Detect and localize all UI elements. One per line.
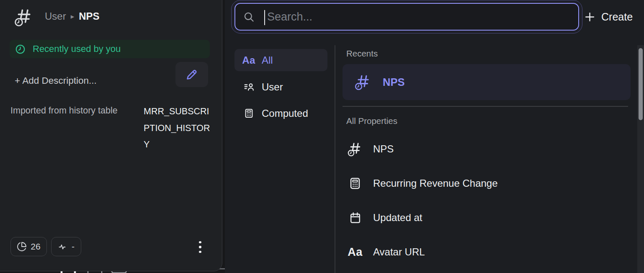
text-cursor: [264, 10, 265, 25]
imported-from-label: Imported from history table: [10, 106, 118, 116]
filter-tab-all[interactable]: Aa All: [234, 49, 327, 71]
section-divider: [343, 106, 628, 107]
pie-chart-icon: [17, 242, 27, 252]
filter-tab-label: All: [262, 54, 273, 66]
calculator-icon: [346, 176, 364, 191]
property-item-label: Recurring Revenue Change: [373, 178, 498, 189]
create-button-label: Create: [601, 11, 633, 23]
calendar-icon: [346, 211, 364, 225]
property-item-avatar-url[interactable]: Aa Avatar URL: [343, 241, 631, 263]
property-item-updated-at[interactable]: Updated at: [343, 207, 631, 229]
numeric-history-icon: [346, 141, 364, 157]
property-item-label: Avatar URL: [373, 246, 425, 258]
calculator-icon: [241, 108, 256, 119]
plus-icon: [584, 11, 595, 23]
property-item-label: NPS: [373, 143, 394, 155]
edit-description-button[interactable]: [175, 62, 208, 87]
breadcrumb-parent[interactable]: User: [45, 10, 66, 22]
kebab-dot: [199, 241, 201, 244]
breadcrumb-separator-icon: ▸: [71, 12, 75, 21]
search-input[interactable]: [267, 4, 573, 30]
filter-tab-label: Computed: [262, 108, 308, 119]
kebab-menu-button[interactable]: [194, 238, 206, 256]
property-detail-card: User ▸ NPS Recently used by you + Add De…: [0, 0, 222, 271]
scrollbar-thumb[interactable]: [639, 48, 643, 120]
filter-tab-label: User: [262, 81, 283, 93]
property-item-label: Updated at: [373, 212, 422, 224]
search-field[interactable]: [234, 3, 579, 31]
breadcrumb: User ▸ NPS: [45, 10, 100, 22]
activity-icon: [58, 242, 68, 252]
value-count: 26: [31, 242, 40, 252]
imported-table-value: MRR_SUBSCRIPTION_HISTORY: [144, 103, 211, 153]
scrollbar-track[interactable]: [637, 45, 644, 273]
property-search-overlay: Create Aa All User: [225, 0, 644, 273]
kebab-dot: [199, 246, 201, 248]
section-title-recents: Recents: [346, 49, 378, 59]
filter-tab-user[interactable]: User: [234, 76, 327, 98]
add-description-button[interactable]: + Add Description...: [15, 75, 97, 86]
create-button[interactable]: Create: [584, 7, 633, 27]
sparkline-button[interactable]: -: [51, 237, 81, 256]
recently-used-badge: Recently used by you: [10, 40, 210, 58]
numeric-history-icon: [14, 7, 34, 27]
text-format-icon: Aa: [346, 246, 364, 259]
search-icon: [243, 11, 255, 23]
numeric-history-icon: [354, 73, 372, 91]
column-divider: [335, 45, 335, 273]
property-item-recurring-revenue-change[interactable]: Recurring Revenue Change: [343, 173, 631, 194]
value-count-button[interactable]: 26: [10, 237, 47, 256]
text-format-icon: Aa: [241, 54, 256, 66]
sparkline-value: -: [72, 242, 75, 252]
recently-used-label: Recently used by you: [33, 44, 121, 54]
breadcrumb-current: NPS: [79, 10, 99, 22]
kebab-dot: [199, 251, 201, 253]
filter-tab-computed[interactable]: Computed: [234, 102, 327, 124]
pencil-icon: [185, 67, 199, 82]
clock-icon: [15, 44, 26, 55]
section-title-all-properties: All Properties: [346, 116, 397, 126]
property-item-nps[interactable]: NPS: [343, 138, 631, 160]
recent-item-nps[interactable]: NPS: [343, 64, 631, 100]
user-properties-icon: [241, 81, 256, 93]
recent-item-label: NPS: [383, 76, 404, 88]
